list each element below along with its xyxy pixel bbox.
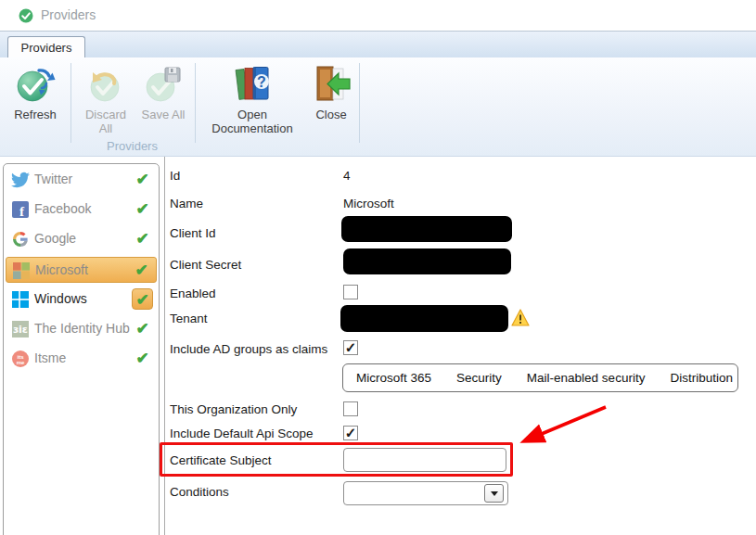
svg-text:ɜiɛ: ɜiɛ [13,324,28,336]
include-ad-groups-checkbox[interactable]: ✓ [343,340,358,355]
provider-enabled-check[interactable]: ✔ [131,260,152,281]
provider-label: Twitter [34,172,72,186]
field-label-enabled: Enabled [170,287,216,300]
field-label-id: Id [170,169,180,183]
window-title: Providers [41,7,96,22]
itsme-icon: its me [11,350,30,368]
discard-all-icon [84,63,127,106]
open-documentation-icon: ? [231,63,274,106]
provider-item-windows[interactable]: Windows ✔ [6,287,157,312]
field-label-include-ad-groups: Include AD groups as claims [170,342,327,356]
field-label-client-secret: Client Secret [170,258,241,272]
close-button[interactable]: Close [305,61,357,152]
field-value-id: 4 [343,169,351,183]
provider-label: Microsoft [35,262,88,277]
content-area: Twitter ✔ f Facebook ✔ Goo [0,157,756,535]
open-documentation-button[interactable]: ? Open Documentation [201,61,303,152]
field-label-certificate-subject: Certificate Subject [170,453,272,467]
provider-label: Google [34,231,76,246]
ribbon-tab-strip: Providers [0,31,756,57]
svg-text:me: me [17,360,25,365]
provider-item-the-identity-hub[interactable]: ɜiɛ The Identity Hub ✔ [6,316,157,342]
provider-list: Twitter ✔ f Facebook ✔ Goo [3,163,160,535]
identity-hub-icon: ɜiɛ [11,320,30,338]
field-label-tenant: Tenant [170,312,208,325]
warning-icon [511,309,530,326]
provider-label: The Identity Hub [34,321,130,336]
scope-tab-security[interactable]: Security [456,371,502,385]
field-value-name: Microsoft [343,197,394,210]
open-documentation-label: Open Documentation [201,108,303,135]
provider-enabled-check[interactable]: ✔ [132,198,153,220]
field-label-conditions: Conditions [170,485,229,499]
provider-item-facebook[interactable]: f Facebook ✔ [6,197,157,223]
windows-icon [11,290,30,309]
app-check-icon [19,8,33,23]
ribbon-separator [195,63,196,143]
tab-providers[interactable]: Providers [7,36,85,58]
provider-item-itsme[interactable]: its me Itsme ✔ [6,346,157,372]
provider-enabled-check[interactable]: ✔ [132,288,153,310]
field-label-include-default-api-scope: Include Default Api Scope [170,427,314,440]
group-scope-tabs: Microsoft 365 Security Mail-enabled secu… [342,363,738,392]
panel-divider [164,157,165,535]
conditions-dropdown-button[interactable] [484,484,504,503]
client-secret-input-redacted[interactable] [343,248,511,274]
chevron-down-icon [491,491,498,496]
twitter-icon [11,171,30,189]
provider-item-microsoft[interactable]: Microsoft ✔ [6,257,157,283]
refresh-label: Refresh [14,108,57,121]
red-annotation-arrow [506,396,621,453]
title-bar: Providers [0,0,756,31]
save-all-icon [142,63,185,106]
this-organization-only-checkbox[interactable] [343,401,358,416]
provider-enabled-check[interactable]: ✔ [132,348,153,369]
field-label-name: Name [170,197,203,210]
ribbon-toolbar: Refresh Discard All Save All [0,57,756,157]
include-default-api-scope-checkbox[interactable]: ✓ [343,426,358,440]
provider-enabled-check[interactable]: ✔ [132,169,153,190]
tenant-input-redacted[interactable] [340,305,508,332]
field-label-this-organization-only: This Organization Only [170,402,297,416]
provider-enabled-check[interactable]: ✔ [132,228,153,249]
provider-item-google[interactable]: Google ✔ [6,226,157,252]
scope-tab-mail-enabled-security[interactable]: Mail-enabled security [527,371,646,385]
provider-enabled-check[interactable]: ✔ [132,318,153,339]
close-label: Close [315,108,346,121]
save-all-label: Save All [142,108,186,121]
google-icon [11,230,30,248]
svg-text:its: its [17,354,24,360]
enabled-checkbox[interactable] [343,285,358,299]
conditions-combobox[interactable] [343,481,508,505]
refresh-icon [14,63,57,106]
provider-label: Windows [34,291,87,306]
provider-label: Itsme [34,350,66,365]
field-label-client-id: Client Id [170,226,216,240]
provider-label: Facebook [34,201,91,216]
tab-providers-label: Providers [21,41,72,55]
close-icon [310,63,352,106]
certificate-subject-input[interactable] [343,448,506,472]
provider-item-twitter[interactable]: Twitter ✔ [6,167,157,193]
client-id-input-redacted[interactable] [341,216,512,242]
ribbon-separator [359,63,360,143]
scope-tab-microsoft-365[interactable]: Microsoft 365 [356,371,431,385]
app-window: Providers Providers Refresh [0,0,756,535]
scope-tab-distribution[interactable]: Distribution [670,371,733,385]
facebook-icon: f [11,200,30,219]
ribbon-separator [70,63,71,143]
discard-all-label: Discard All [78,108,134,135]
microsoft-icon [12,261,31,280]
ribbon-group-label: Providers [70,139,195,153]
svg-text:?: ? [257,74,266,90]
refresh-button[interactable]: Refresh [4,61,67,152]
